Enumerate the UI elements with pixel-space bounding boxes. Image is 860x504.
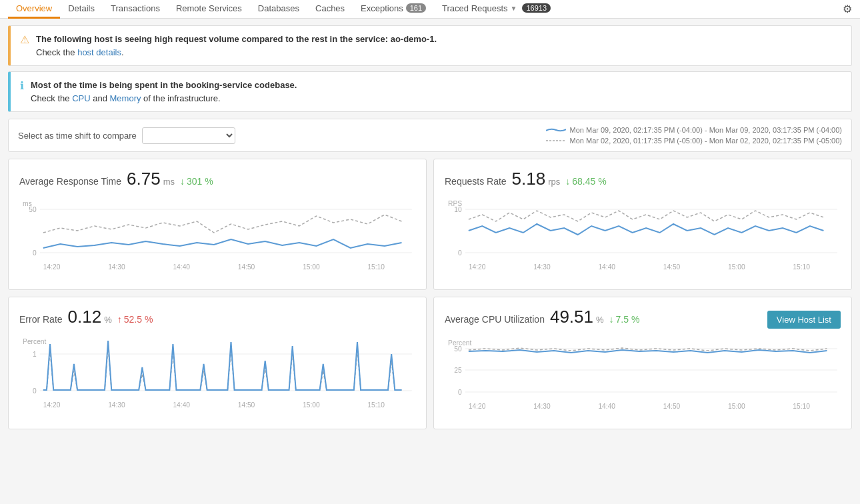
time-shift-select[interactable] [142, 127, 235, 144]
svg-text:15:00: 15:00 [728, 403, 745, 410]
metric-change-value-avg-response-time: 301 % [187, 176, 213, 187]
view-host-list-button[interactable]: View Host List [767, 311, 841, 329]
chart-svg-error-rate: 1 0 Percent 14:20 14:30 14:40 14:50 15:0… [19, 334, 415, 421]
nav-item-remote-services[interactable]: Remote Services [168, 0, 250, 19]
nav-item-overview[interactable]: Overview [8, 0, 60, 19]
metric-title-requests-rate: Requests Rate [445, 176, 507, 187]
chart-svg-avg-response-time: 50 0 ms 14:20 14:30 14:40 14:50 15:00 15… [19, 196, 415, 283]
chart-error-rate: 1 0 Percent 14:20 14:30 14:40 14:50 15:0… [19, 334, 415, 421]
info-bold: Most of the time is being spent in the b… [31, 80, 297, 90]
metric-header-error-rate: Error Rate 0.12 % ↑ 52.5 % [19, 307, 415, 327]
svg-text:14:30: 14:30 [108, 401, 125, 409]
chart-avg-response-time: 50 0 ms 14:20 14:30 14:40 14:50 15:00 15… [19, 196, 415, 283]
nav-item-databases[interactable]: Databases [250, 0, 307, 19]
svg-text:0: 0 [33, 249, 37, 257]
warning-alert-text: The following host is seeing high reques… [36, 33, 437, 59]
svg-text:14:40: 14:40 [598, 263, 615, 271]
svg-text:14:50: 14:50 [663, 263, 681, 271]
svg-text:25: 25 [454, 367, 462, 374]
legend-solid-line-icon [546, 127, 566, 133]
metric-header-avg-response-time: Average Response Time 6.75 ms ↓ 301 % [19, 169, 415, 189]
nav-label-details: Details [68, 3, 95, 13]
svg-text:0: 0 [33, 387, 37, 395]
svg-text:15:10: 15:10 [793, 263, 810, 271]
svg-text:15:10: 15:10 [793, 403, 810, 410]
info-alert-text: Most of the time is being spent in the b… [31, 79, 297, 105]
nav-item-details[interactable]: Details [60, 0, 103, 19]
legend-solid-text: Mon Mar 09, 2020, 02:17:35 PM (-04:00) -… [570, 126, 842, 134]
metric-unit-error-rate: % [104, 315, 112, 325]
metric-title-avg-response-time: Average Response Time [19, 176, 121, 187]
svg-text:14:40: 14:40 [598, 403, 615, 410]
nav-label-transactions: Transactions [111, 3, 160, 13]
metric-card-requests-rate: Requests Rate 5.18 rps ↓ 68.45 % 10 0 RP… [433, 159, 852, 290]
svg-text:15:00: 15:00 [728, 263, 745, 271]
svg-text:14:20: 14:20 [469, 403, 486, 410]
chart-requests-rate: 10 0 RPS 14:20 14:30 14:40 14:50 15:00 1… [445, 196, 841, 283]
legend-dashed-line-icon [546, 138, 566, 143]
svg-text:14:40: 14:40 [173, 401, 190, 409]
svg-text:14:20: 14:20 [469, 263, 486, 271]
svg-text:RPS: RPS [448, 200, 462, 207]
nav-label-traced-requests: Traced Requests [442, 3, 508, 13]
info-icon: ℹ [20, 79, 24, 92]
svg-text:14:20: 14:20 [43, 401, 61, 409]
metric-change-avg-cpu: ↓ 7.5 % [609, 314, 640, 325]
svg-text:14:40: 14:40 [173, 263, 190, 271]
down-arrow-icon-rr: ↓ [565, 176, 570, 187]
host-details-link[interactable]: host details [77, 47, 121, 57]
warning-bold: The following host is seeing high reques… [36, 34, 437, 44]
cpu-link[interactable]: CPU [72, 93, 90, 103]
nav-label-databases: Databases [258, 3, 299, 13]
metric-unit-avg-response-time: ms [163, 177, 175, 187]
legend-row-dashed: Mon Mar 02, 2020, 01:17:35 PM (-05:00) -… [546, 137, 842, 145]
alerts-section: ⚠ The following host is seeing high requ… [0, 19, 860, 119]
metric-change-avg-response-time: ↓ 301 % [180, 176, 213, 187]
top-navigation: Overview Details Transactions Remote Ser… [0, 0, 860, 19]
metric-card-error-rate: Error Rate 0.12 % ↑ 52.5 % 1 0 Percent 1… [8, 297, 427, 429]
metric-value-requests-rate: 5.18 [512, 169, 546, 189]
nav-item-traced-requests[interactable]: Traced Requests ▼ 16913 [434, 0, 559, 19]
metric-change-value-error-rate: 52.5 % [124, 314, 153, 325]
chart-svg-requests-rate: 10 0 RPS 14:20 14:30 14:40 14:50 15:00 1… [445, 196, 841, 283]
metrics-grid: Average Response Time 6.75 ms ↓ 301 % 50… [0, 159, 860, 436]
svg-text:14:20: 14:20 [43, 263, 61, 271]
info-alert: ℹ Most of the time is being spent in the… [8, 71, 852, 112]
nav-label-overview: Overview [16, 3, 52, 13]
nav-item-exceptions[interactable]: Exceptions 161 [353, 0, 434, 19]
metric-change-value-avg-cpu: 7.5 % [616, 314, 640, 325]
svg-text:Percent: Percent [448, 339, 471, 347]
nav-item-caches[interactable]: Caches [307, 0, 353, 19]
svg-text:14:30: 14:30 [108, 263, 125, 271]
traced-requests-badge: 16913 [522, 3, 551, 13]
chart-svg-avg-cpu: 50 25 0 Percent 14:20 14:30 14:40 14:50 … [445, 335, 841, 422]
svg-text:0: 0 [458, 249, 462, 257]
metric-header-avg-cpu: Average CPU Utilization 49.51 % ↓ 7.5 % … [445, 307, 841, 329]
metric-change-error-rate: ↑ 52.5 % [117, 314, 153, 325]
settings-icon[interactable]: ⚙ [843, 3, 852, 15]
legend-dashed-text: Mon Mar 02, 2020, 01:17:35 PM (-05:00) -… [570, 137, 842, 145]
exceptions-badge: 161 [406, 3, 426, 13]
chart-avg-cpu: 50 25 0 Percent 14:20 14:30 14:40 14:50 … [445, 335, 841, 422]
metric-header-requests-rate: Requests Rate 5.18 rps ↓ 68.45 % [445, 169, 841, 189]
svg-text:14:30: 14:30 [533, 263, 551, 271]
svg-text:14:50: 14:50 [663, 403, 681, 410]
metric-title-avg-cpu: Average CPU Utilization [445, 314, 545, 325]
legend-row-solid: Mon Mar 09, 2020, 02:17:35 PM (-04:00) -… [546, 126, 842, 134]
metric-value-avg-response-time: 6.75 [127, 169, 161, 189]
up-arrow-icon-er: ↑ [117, 314, 122, 325]
svg-text:ms: ms [23, 200, 32, 207]
down-arrow-icon: ↓ [180, 176, 185, 187]
metric-change-requests-rate: ↓ 68.45 % [565, 176, 606, 187]
memory-link[interactable]: Memory [110, 93, 141, 103]
svg-text:15:10: 15:10 [367, 263, 385, 271]
metric-unit-avg-cpu: % [596, 315, 604, 325]
nav-label-remote-services: Remote Services [176, 3, 242, 13]
svg-text:14:50: 14:50 [238, 263, 255, 271]
metric-unit-requests-rate: rps [548, 177, 560, 187]
metric-title-error-rate: Error Rate [19, 314, 63, 325]
nav-item-transactions[interactable]: Transactions [103, 0, 168, 19]
nav-label-caches: Caches [315, 3, 345, 13]
metric-change-value-requests-rate: 68.45 % [572, 176, 606, 187]
metric-card-avg-response-time: Average Response Time 6.75 ms ↓ 301 % 50… [8, 159, 427, 290]
